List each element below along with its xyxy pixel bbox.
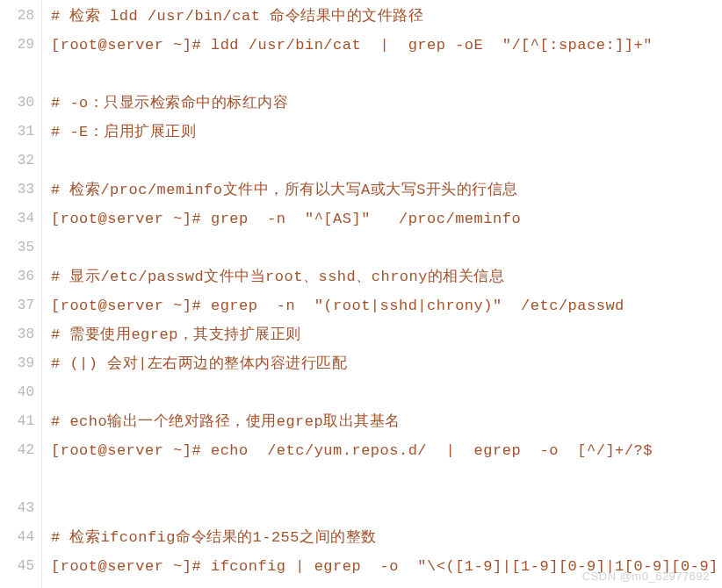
line-number: 35 xyxy=(0,233,34,262)
line-number: 38 xyxy=(0,320,34,349)
code-line: # -o：只显示检索命中的标红内容 xyxy=(51,89,722,118)
line-number: 32 xyxy=(0,147,34,176)
code-line xyxy=(51,147,722,176)
code-line xyxy=(51,233,722,262)
line-number: 36 xyxy=(0,262,34,291)
line-number: 31 xyxy=(0,118,34,147)
code-line: # (|) 会对|左右两边的整体内容进行匹配 xyxy=(51,349,722,378)
code-line: # 检索ifconfig命令结果的1-255之间的整数 xyxy=(51,523,722,552)
code-line xyxy=(51,494,722,523)
line-number: 30 xyxy=(0,89,34,118)
code-line: # 检索/proc/meminfo文件中，所有以大写A或大写S开头的行信息 xyxy=(51,176,722,204)
line-number: 40 xyxy=(0,378,34,407)
code-line: # 需要使用egrep，其支持扩展正则 xyxy=(51,320,722,349)
line-number: 29 xyxy=(0,31,34,60)
code-block: 28 29 30 31 32 33 34 35 36 37 38 39 40 4… xyxy=(0,0,722,588)
line-number: 41 xyxy=(0,407,34,436)
code-line: [root@server ~]# egrep -n "(root|sshd|ch… xyxy=(51,291,722,320)
code-line xyxy=(51,378,722,407)
code-line: # echo输出一个绝对路径，使用egrep取出其基名 xyxy=(51,407,722,436)
line-number: 28 xyxy=(0,2,34,31)
line-number: 45 xyxy=(0,552,34,581)
watermark: CSDN @m0_62977692 xyxy=(582,570,710,583)
line-number: 34 xyxy=(0,204,34,233)
line-number-gutter: 28 29 30 31 32 33 34 35 36 37 38 39 40 4… xyxy=(0,0,42,588)
code-area[interactable]: # 检索 ldd /usr/bin/cat 命令结果中的文件路径 [root@s… xyxy=(42,0,722,588)
code-line: [root@server ~]# grep -n "^[AS]" /proc/m… xyxy=(51,204,722,233)
line-number: 39 xyxy=(0,349,34,378)
line-number: 37 xyxy=(0,291,34,320)
code-line: [root@server ~]# ldd /usr/bin/cat | grep… xyxy=(51,31,722,89)
line-number: 44 xyxy=(0,523,34,552)
line-number: 43 xyxy=(0,494,34,523)
line-number: 33 xyxy=(0,176,34,204)
line-number: 42 xyxy=(0,436,34,465)
code-line: # -E：启用扩展正则 xyxy=(51,118,722,147)
code-line: # 检索 ldd /usr/bin/cat 命令结果中的文件路径 xyxy=(51,2,722,31)
line-number-spacer xyxy=(0,465,34,494)
code-line: # 显示/etc/passwd文件中当root、sshd、chrony的相关信息 xyxy=(51,262,722,291)
line-number-spacer xyxy=(0,60,34,89)
code-line: [root@server ~]# echo /etc/yum.repos.d/ … xyxy=(51,436,722,494)
